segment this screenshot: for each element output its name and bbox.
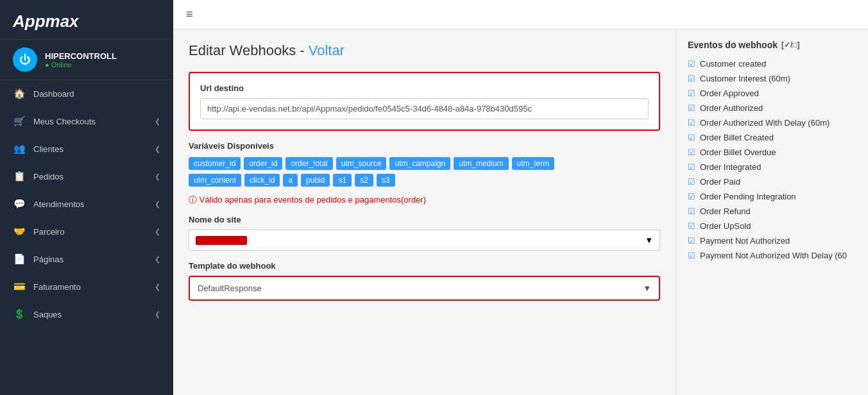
- sidebar-item-label: Pedidos: [33, 172, 64, 181]
- sidebar-item-parceiro[interactable]: 🤝 Parceiro ❮: [0, 218, 173, 246]
- event-label: Order Refund: [700, 206, 751, 216]
- voltar-link[interactable]: Voltar: [309, 42, 345, 58]
- sidebar-logo: Appmax: [0, 0, 173, 40]
- checkbox-icon: ☑: [688, 147, 695, 157]
- sidebar-item-clientes[interactable]: 👥 Clientes ❮: [0, 135, 173, 163]
- user-avatar: ⏻: [13, 47, 37, 72]
- event-item[interactable]: ☑Order Integrated: [688, 160, 856, 174]
- template-card[interactable]: DefaultResponse ▼: [189, 276, 660, 301]
- sidebar-item-atendimentos[interactable]: 💬 Atendimentos ❮: [0, 190, 173, 218]
- checkouts-icon: 🛒: [13, 115, 26, 127]
- event-item[interactable]: ☑Order Approved: [688, 86, 856, 101]
- sidebar-item-dashboard[interactable]: 🏠 Dashboard: [0, 80, 173, 108]
- event-item[interactable]: ☑Order Paid: [688, 174, 856, 189]
- url-destino-card: Url destino: [189, 72, 660, 131]
- variable-tag[interactable]: utm_medium: [454, 157, 508, 170]
- pedidos-icon: 📋: [13, 171, 26, 182]
- event-item[interactable]: ☑Order Billet Created: [688, 130, 856, 145]
- sidebar-user: ⏻ HIPERCONTROLL ● Online: [0, 40, 173, 80]
- events-panel: Eventos do webhook [✓/□] ☑Customer creat…: [676, 29, 868, 395]
- main-area: ≡ Editar Webhooks - Voltar Url destino V…: [173, 0, 868, 395]
- chevron-icon: ❮: [155, 145, 160, 153]
- event-label: Payment Not Authorized: [700, 236, 790, 246]
- event-item[interactable]: ☑Payment Not Authorized With Delay (60: [688, 248, 856, 263]
- sidebar-item-label: Meus Checkouts: [33, 117, 96, 126]
- template-value: DefaultResponse: [198, 283, 262, 293]
- variable-tag[interactable]: s2: [355, 174, 373, 187]
- variable-tag[interactable]: a: [283, 174, 298, 187]
- sidebar-item-meus-checkouts[interactable]: 🛒 Meus Checkouts ❮: [0, 108, 173, 135]
- chevron-icon: ❮: [155, 200, 160, 208]
- variable-tag[interactable]: order_total: [285, 157, 332, 170]
- variable-tag[interactable]: order_id: [244, 157, 282, 170]
- atendimentos-icon: 💬: [13, 198, 26, 210]
- user-name: HIPERCONTROLL: [45, 51, 117, 61]
- select-chevron-down-icon: ▼: [645, 235, 653, 245]
- sidebar-item-pedidos[interactable]: 📋 Pedidos ❮: [0, 163, 173, 190]
- page-title: Editar Webhooks - Voltar: [189, 42, 660, 59]
- events-panel-title: Eventos do webhook [✓/□]: [688, 40, 856, 50]
- sidebar-item-label: Atendimentos: [33, 199, 85, 209]
- site-name-value: [196, 236, 247, 245]
- event-label: Order Billet Overdue: [700, 147, 776, 157]
- sidebar-item-label: Dashboard: [33, 89, 74, 99]
- variable-tag[interactable]: utm_source: [336, 157, 387, 170]
- menu-toggle[interactable]: ≡: [186, 8, 193, 21]
- sidebar-item-saques[interactable]: 💲 Saques ❮: [0, 301, 173, 328]
- app-logo: Appmax: [13, 12, 79, 31]
- variable-tag[interactable]: click_id: [244, 174, 280, 187]
- sidebar-item-label: Clientes: [33, 144, 64, 154]
- event-item[interactable]: ☑Customer Interest (60m): [688, 71, 856, 86]
- url-label: Url destino: [200, 83, 649, 93]
- event-item[interactable]: ☑Order Pending Integration: [688, 189, 856, 204]
- chevron-icon: ❮: [155, 117, 160, 126]
- sidebar-item-paginas[interactable]: 📄 Páginas ❮: [0, 246, 173, 273]
- event-label: Payment Not Authorized With Delay (60: [700, 251, 847, 260]
- sidebar-item-label: Páginas: [33, 255, 64, 264]
- variable-tag[interactable]: utm_content: [189, 174, 241, 187]
- event-item[interactable]: ☑Order Authorized With Delay (60m): [688, 115, 856, 130]
- checkbox-icon: ☑: [688, 133, 695, 142]
- sidebar-item-label: Saques: [33, 310, 62, 319]
- event-item[interactable]: ☑Order UpSold: [688, 219, 856, 233]
- tags-row-2: utm_contentclick_idapubids1s2s3: [189, 174, 660, 187]
- sidebar-item-label: Parceiro: [33, 227, 64, 237]
- event-label: Order Pending Integration: [700, 192, 796, 201]
- checkbox-icon: ☑: [688, 206, 695, 216]
- event-label: Order Paid: [700, 177, 740, 187]
- paginas-icon: 📄: [13, 253, 26, 265]
- sidebar-nav: 🏠 Dashboard 🛒 Meus Checkouts ❮ 👥 Cliente…: [0, 80, 173, 395]
- variable-tag[interactable]: s1: [333, 174, 352, 187]
- checkbox-icon: ☑: [688, 192, 695, 201]
- topbar: ≡: [173, 0, 868, 29]
- variables-section: Variáveis Disponíveis customer_idorder_i…: [189, 141, 660, 187]
- event-label: Customer Interest (60m): [700, 74, 790, 83]
- chevron-icon: ❮: [155, 172, 160, 181]
- sidebar-item-label: Faturamento: [33, 282, 81, 292]
- url-input[interactable]: [200, 98, 649, 119]
- sidebar-item-faturamento[interactable]: 💳 Faturamento ❮: [0, 273, 173, 301]
- variable-tag[interactable]: utm_campaign: [389, 157, 450, 170]
- event-item[interactable]: ☑Order Authorized: [688, 101, 856, 115]
- checkbox-icon: ☑: [688, 103, 695, 113]
- event-item[interactable]: ☑Customer created: [688, 56, 856, 71]
- site-name-select[interactable]: ▼: [189, 230, 660, 251]
- event-item[interactable]: ☑Payment Not Authorized: [688, 233, 856, 248]
- clientes-icon: 👥: [13, 143, 26, 155]
- variable-tag[interactable]: utm_term: [512, 157, 555, 170]
- faturamento-icon: 💳: [13, 281, 26, 292]
- checkbox-icon: ☑: [688, 88, 695, 98]
- event-label: Order Approved: [700, 88, 759, 98]
- checkbox-icon: ☑: [688, 59, 695, 69]
- warning-text: ⓘ Válido apenas para eventos de pedidos …: [189, 194, 660, 206]
- event-label: Order Integrated: [700, 162, 761, 172]
- variable-tag[interactable]: s3: [377, 174, 395, 187]
- event-item[interactable]: ☑Order Billet Overdue: [688, 145, 856, 160]
- variable-tag[interactable]: pubid: [301, 174, 330, 187]
- chevron-icon: ❮: [155, 283, 160, 291]
- template-chevron-icon: ▼: [643, 283, 651, 293]
- chevron-icon: ❮: [155, 310, 160, 319]
- event-item[interactable]: ☑Order Refund: [688, 204, 856, 219]
- checkbox-icon: ☑: [688, 118, 695, 128]
- variable-tag[interactable]: customer_id: [189, 157, 241, 170]
